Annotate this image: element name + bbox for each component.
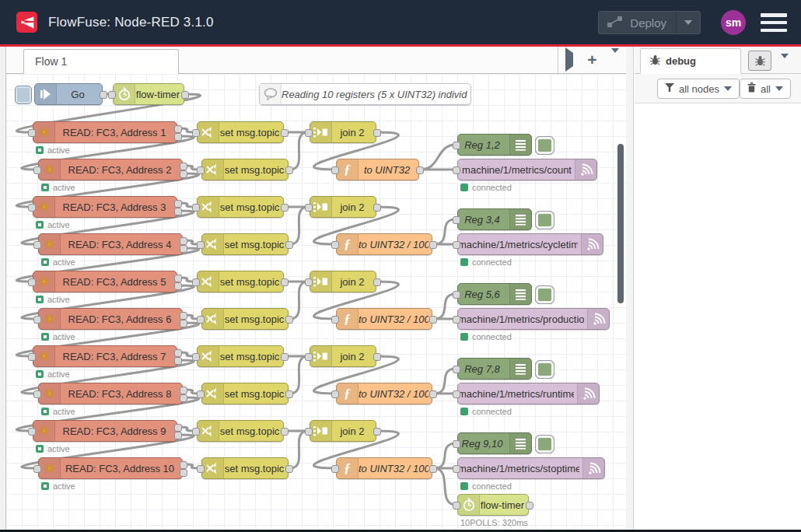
debug-clear-button[interactable]: all — [740, 79, 791, 99]
debug-enable-toggle[interactable] — [535, 285, 554, 304]
input-port[interactable] — [331, 166, 339, 174]
node-mqtt3[interactable]: machine/1/metrics/productiontime — [457, 308, 610, 330]
input-port[interactable] — [453, 390, 460, 398]
output-port[interactable] — [174, 349, 182, 357]
inject-button[interactable] — [15, 86, 32, 104]
input-port[interactable] — [197, 316, 205, 324]
node-read2[interactable]: ✳READ: FC3, Address 2 — [38, 159, 183, 180]
node-read9[interactable]: ✳READ: FC3, Address 9 — [33, 420, 177, 442]
wire[interactable] — [290, 132, 308, 170]
output-port[interactable] — [285, 390, 293, 398]
node-set1[interactable]: set msg.topic — [197, 121, 284, 143]
output-port[interactable] — [180, 170, 187, 178]
node-func2[interactable]: ƒto UINT32 / 100 — [336, 233, 432, 255]
output-port[interactable] — [174, 424, 182, 432]
input-port[interactable] — [192, 428, 200, 436]
input-port[interactable] — [453, 366, 460, 373]
output-port[interactable] — [181, 91, 189, 99]
flowfuse-logo-icon[interactable] — [16, 12, 37, 33]
node-mqtt2[interactable]: machine/1/metrics/cycletime — [457, 233, 603, 255]
node-set9[interactable]: set msg.topic — [197, 420, 284, 442]
deploy-options-button[interactable] — [676, 12, 700, 33]
output-port[interactable] — [174, 282, 182, 290]
input-port[interactable] — [33, 316, 41, 324]
debug-toggle-button[interactable] — [748, 51, 771, 71]
input-port[interactable] — [197, 241, 205, 249]
flow-list-button[interactable] — [611, 53, 619, 67]
node-read1[interactable]: ✳READ: FC3, Address 1 — [33, 121, 177, 143]
input-port[interactable] — [331, 465, 339, 473]
input-port[interactable] — [28, 353, 36, 361]
node-set6[interactable]: set msg.topic — [201, 308, 289, 330]
output-port[interactable] — [281, 204, 289, 212]
debug-enable-toggle[interactable] — [535, 211, 554, 229]
node-read8[interactable]: ✳READ: FC3, Address 8 — [38, 383, 183, 404]
node-reg5[interactable]: Reg 9,10 — [457, 432, 532, 454]
output-port[interactable] — [373, 278, 381, 286]
wire[interactable] — [290, 207, 308, 244]
input-port[interactable] — [197, 465, 205, 473]
input-port[interactable] — [33, 241, 41, 249]
output-port[interactable] — [281, 278, 289, 286]
output-port[interactable] — [180, 387, 187, 394]
node-mqtt4[interactable]: machine/1/metrics/runtime — [457, 383, 600, 404]
node-read3[interactable]: ✳READ: FC3, Address 3 — [33, 196, 177, 218]
input-port[interactable] — [453, 142, 460, 149]
node-func5[interactable]: ƒto UINT32 / 100 — [336, 457, 432, 479]
output-port[interactable] — [180, 394, 187, 402]
output-port[interactable] — [174, 125, 182, 133]
node-set3[interactable]: set msg.topic — [197, 196, 284, 218]
main-menu-button[interactable] — [761, 13, 787, 32]
output-port[interactable] — [281, 353, 289, 361]
node-mqtt5[interactable]: machine/1/metrics/stoptime — [457, 457, 605, 479]
input-port[interactable] — [453, 216, 460, 224]
input-port[interactable] — [305, 204, 313, 212]
input-port[interactable] — [305, 428, 313, 436]
node-join5[interactable]: join 2 — [310, 420, 376, 442]
output-port[interactable] — [174, 357, 182, 365]
input-port[interactable] — [331, 390, 339, 398]
node-join1[interactable]: join 2 — [310, 121, 376, 143]
input-port[interactable] — [453, 166, 460, 174]
sidebar-options-button[interactable] — [781, 58, 789, 72]
wire[interactable] — [421, 145, 456, 170]
input-port[interactable] — [453, 316, 460, 324]
debug-enable-toggle[interactable] — [535, 136, 554, 155]
input-port[interactable] — [197, 166, 205, 174]
canvas-vertical-scrollbar[interactable] — [617, 144, 624, 303]
wire[interactable] — [290, 282, 308, 319]
input-port[interactable] — [453, 502, 460, 509]
input-port[interactable] — [192, 278, 200, 286]
input-port[interactable] — [192, 129, 200, 137]
flow-canvas[interactable]: Goflow-timerReading 10 registers (5 x UI… — [6, 74, 626, 530]
input-port[interactable] — [33, 390, 41, 398]
output-port[interactable] — [174, 133, 182, 141]
run-flow-button[interactable] — [565, 53, 573, 67]
output-port[interactable] — [416, 166, 424, 174]
output-port[interactable] — [526, 502, 533, 509]
node-set2[interactable]: set msg.topic — [201, 159, 289, 180]
output-port[interactable] — [429, 316, 437, 324]
input-port[interactable] — [28, 204, 36, 212]
output-port[interactable] — [174, 208, 182, 215]
node-func1[interactable]: ƒto UINT32 — [336, 159, 419, 180]
node-set10[interactable]: set msg.topic — [201, 457, 289, 479]
input-port[interactable] — [33, 465, 41, 473]
output-port[interactable] — [180, 237, 187, 245]
input-port[interactable] — [453, 291, 460, 299]
node-read7[interactable]: ✳READ: FC3, Address 7 — [33, 345, 177, 367]
output-port[interactable] — [281, 428, 289, 436]
node-join4[interactable]: join 2 — [310, 345, 376, 367]
node-reg4[interactable]: Reg 7,8 — [457, 358, 532, 380]
output-port[interactable] — [373, 353, 381, 361]
debug-filter-button[interactable]: all nodes — [657, 79, 740, 99]
node-set7[interactable]: set msg.topic — [197, 345, 284, 367]
output-port[interactable] — [180, 320, 187, 327]
output-port[interactable] — [429, 390, 437, 398]
output-port[interactable] — [285, 316, 293, 324]
input-port[interactable] — [192, 204, 200, 212]
output-port[interactable] — [373, 129, 381, 137]
node-reg3[interactable]: Reg 5,6 — [457, 283, 532, 305]
input-port[interactable] — [108, 91, 116, 99]
output-port[interactable] — [429, 465, 437, 473]
